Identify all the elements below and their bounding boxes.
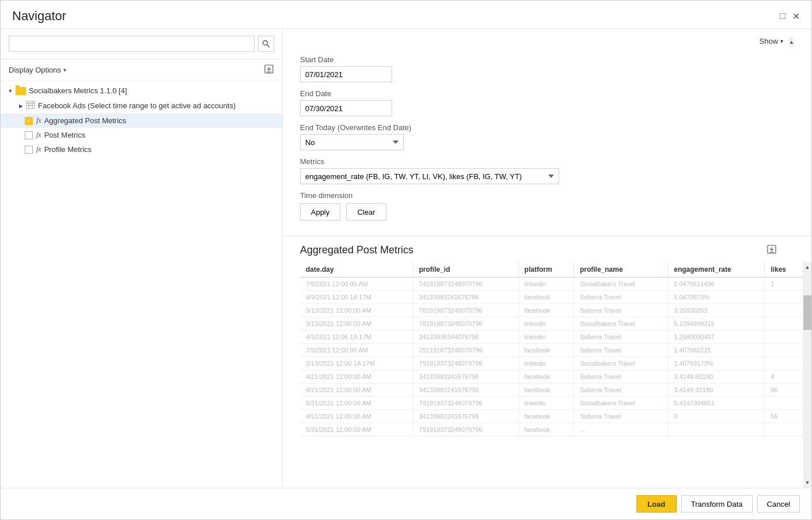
fx-icon-profile: fx: [36, 145, 41, 154]
table-cell: linkedin: [518, 397, 574, 410]
table-cell: 5/31/2021 12:00:00 AM: [300, 423, 413, 437]
table-scroll-area: date.day profile_id platform profile_nam…: [300, 262, 811, 488]
fx-icon-aggregated: fx: [36, 116, 41, 125]
start-date-input[interactable]: [300, 66, 392, 82]
table-row: 2/13/2021 12:00 1A 17M791919373248079796…: [300, 357, 803, 370]
export-icon[interactable]: [264, 64, 274, 76]
display-options-button[interactable]: Display Options ▾: [9, 66, 66, 74]
table-cell: 34133983241676796: [413, 384, 518, 397]
post-metrics-checkbox[interactable]: [25, 131, 33, 139]
table-cell: 5.4247304851: [668, 397, 765, 410]
table-row: 5/31/2021 12:00:00 AM791919373248079796f…: [300, 423, 803, 437]
transform-data-button[interactable]: Transform Data: [681, 495, 753, 513]
svg-rect-5: [26, 101, 35, 109]
table-cell: [765, 357, 803, 370]
preview-header: Aggregated Post Metrics: [300, 236, 811, 262]
col-profile-name: profile_name: [574, 262, 667, 278]
time-dimension-label: Time dimension: [300, 191, 794, 200]
table-cell: 1.40793173%: [668, 357, 765, 370]
col-likes: likes: [765, 262, 803, 278]
table-cell: 781919873248070796: [413, 317, 518, 331]
tree-item-root[interactable]: ▼ Socialbakers Metrics 1.1.0 [4]: [1, 83, 282, 98]
table-cell: facebook: [518, 304, 574, 317]
table-cell: 7/5/2021 12:00:00 AM: [300, 344, 413, 357]
left-panel: Display Options ▾ ▼: [1, 29, 283, 488]
table-cell: Socialbakers Travel: [574, 397, 667, 410]
table-cell: 96: [765, 384, 803, 397]
table-cell: [765, 331, 803, 344]
table-cell: 34133983241676796: [413, 410, 518, 423]
table-cell: 56: [765, 410, 803, 423]
end-date-label: End Date: [300, 89, 794, 98]
table-row: 5/31/2021 12:00:00 AM791919373248079796l…: [300, 397, 803, 410]
expand-icon-facebook: ▶: [17, 102, 25, 110]
table-cell: linkedin: [518, 331, 574, 344]
table-cell: 0.0470611498: [668, 278, 765, 291]
table-cell: Socialbakers Travel: [574, 317, 667, 331]
col-platform: platform: [518, 262, 574, 278]
table-scroll-down[interactable]: ▼: [803, 477, 811, 488]
preview-export-icon[interactable]: [767, 244, 777, 256]
right-panel: Show ▾ ▲ Start Date End Date: [283, 29, 811, 488]
svg-point-0: [263, 41, 268, 45]
scrollbar-track: [803, 272, 811, 477]
table-cell: [765, 344, 803, 357]
table-row: 4/21/2021 12:00:00 AM34133983241676796fa…: [300, 370, 803, 384]
tree-item-post-label: Post Metrics: [44, 131, 86, 139]
form-area: Start Date End Date End Today (Overwrite…: [283, 47, 811, 227]
table-cell: 4: [765, 370, 803, 384]
table-row: 4/21/2021 12:00:00 AM34133983241676796fa…: [300, 410, 803, 423]
table-cell: 1.2580090407: [668, 331, 765, 344]
table-cell: ...: [574, 423, 667, 437]
search-button[interactable]: [258, 36, 274, 52]
table-cell: 251191873248070796: [413, 344, 518, 357]
show-label: Show: [760, 37, 779, 45]
main-content: Display Options ▾ ▼: [1, 28, 811, 488]
table-scroll-up[interactable]: ▲: [803, 262, 811, 272]
load-button[interactable]: Load: [636, 495, 677, 513]
table-row: 3/13/2021 12:00:00 AM781919873248070796l…: [300, 317, 803, 331]
table-cell: 5/31/2021 12:00:00 AM: [300, 397, 413, 410]
table-cell: facebook: [518, 384, 574, 397]
profile-metrics-checkbox[interactable]: [25, 146, 33, 154]
aggregated-post-checkbox[interactable]: [25, 117, 33, 125]
tree-item-profile-metrics[interactable]: fx Profile Metrics: [1, 142, 282, 157]
clear-button[interactable]: Clear: [346, 203, 386, 221]
table-cell: 791919373248079796: [413, 423, 518, 437]
metrics-row: Metrics engagement_rate (FB, IG, TW, YT,…: [300, 157, 794, 184]
tree-item-facebook-ads[interactable]: ▶ Facebook Ads (Select time range to get…: [1, 98, 282, 113]
table-row: 3/13/2021 12:00:00 AM781919873248070796f…: [300, 304, 803, 317]
table-cell: 3.4149-92180: [668, 384, 765, 397]
table-cell: Salterra Travel: [574, 370, 667, 384]
tree-item-root-label: Socialbakers Metrics 1.1.0 [4]: [29, 86, 127, 95]
tree-item-aggregated-post-metrics[interactable]: fx Aggregated Post Metrics: [1, 113, 282, 128]
cancel-button[interactable]: Cancel: [757, 495, 800, 513]
start-date-label: Start Date: [300, 55, 794, 64]
show-chevron-icon: ▾: [780, 38, 783, 44]
table-scrollbar[interactable]: ▲ ▼: [803, 262, 811, 488]
col-engagement-rate: engagement_rate: [668, 262, 765, 278]
table-cell: 34133983241676796: [413, 370, 518, 384]
expand-icon: ▼: [6, 87, 14, 95]
table-cell: Socialbakers Travel: [574, 278, 667, 291]
show-button[interactable]: Show ▾: [760, 37, 784, 45]
metrics-select[interactable]: engagement_rate (FB, IG, TW, YT, LI, VK)…: [300, 168, 559, 184]
table-cell: Salterra Travel: [574, 331, 667, 344]
tree-item-post-metrics[interactable]: fx Post Metrics: [1, 128, 282, 142]
search-input[interactable]: [9, 36, 255, 52]
table-cell: 5.0470673%: [668, 291, 765, 304]
table-cell: [765, 317, 803, 331]
table-cell: [668, 423, 765, 437]
end-date-input[interactable]: [300, 100, 392, 116]
end-today-select[interactable]: No Yes: [300, 134, 404, 150]
table-cell: 1: [765, 278, 803, 291]
table-cell: Salterra Travel: [574, 304, 667, 317]
close-button[interactable]: ✕: [792, 11, 800, 22]
apply-button[interactable]: Apply: [300, 203, 340, 221]
scroll-up-arrow[interactable]: ▲: [789, 37, 794, 47]
action-buttons: Apply Clear: [300, 203, 794, 221]
table-cell: Socialbakers Travel: [574, 357, 667, 370]
scrollbar-thumb[interactable]: [803, 295, 811, 330]
table-cell: 4/21/2021 12:00:00 AM: [300, 370, 413, 384]
minimize-button[interactable]: □: [780, 11, 786, 22]
